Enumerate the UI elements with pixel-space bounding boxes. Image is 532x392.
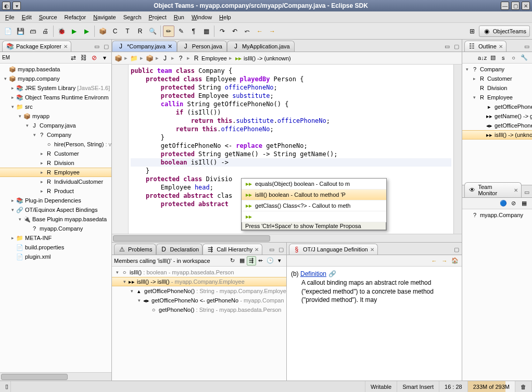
horizontal-scrollbar[interactable] [112,234,462,242]
new-team-button[interactable]: T [122,26,133,37]
view-menu-button[interactable]: ▾ [275,256,284,265]
content-assist-item[interactable]: ▸▸equals(Object) boolean - Callout to m [242,179,386,189]
save-button[interactable]: 💾 [15,26,26,37]
tree-row[interactable]: ?myapp.Company [0,224,111,233]
last-edit-button[interactable]: ⤺ [242,26,253,37]
tree-row[interactable]: ▾📦myapp [0,111,111,121]
tab-problems[interactable]: ⚠ Problems [114,244,156,255]
definition-heading-link[interactable]: Definition [300,270,326,277]
tree-row[interactable]: ▸RIndividualCustomer [0,177,111,186]
tree-row[interactable]: 📄build.properties [0,243,111,252]
menu-search[interactable]: Search [120,13,145,21]
editor-tab-myapplication[interactable]: J MyApplication.java [227,41,295,52]
menu-project[interactable]: Project [146,13,170,21]
collapse-all-button[interactable]: ⇄ [69,53,78,62]
menu-file[interactable]: File [2,13,18,21]
sort-button[interactable]: a↓z [478,53,487,62]
view-minimize-button[interactable]: ▭ [443,42,451,50]
view-maximize-button[interactable]: ▢ [102,42,110,50]
close-button[interactable]: ✕ [522,2,530,10]
view-minimize-button[interactable]: ▭ [268,245,276,254]
tree-row[interactable]: ▸📁META-INF [0,233,111,243]
tab-declaration[interactable]: D Declaration [156,244,203,255]
new-package-button[interactable]: 📦 [97,26,108,37]
view-menu-button[interactable]: ▾ [530,53,532,62]
tree-row[interactable]: ▸getOfficePhoneNo [462,102,532,111]
content-assist-item[interactable]: ▸▸ [242,211,386,222]
tree-row[interactable]: ▾REmployee [462,93,532,102]
tab-call-hierarchy[interactable]: ⇶ Call Hierarchy ✕ [202,244,262,255]
close-icon[interactable]: ✕ [499,44,503,49]
tree-row[interactable]: ○hire(Person, String) : v [0,140,111,149]
tree-row[interactable]: ▸RProduct [0,186,111,196]
tree-row[interactable]: ?myapp.Company [462,210,532,220]
tree-row[interactable]: ▾🔗OT/Equinox Aspect Bindings [0,205,111,214]
tree-row[interactable]: ▾▸▸isIll() -> isIll() - myapp.Company.Em… [112,277,286,286]
tree-row[interactable]: ▸RDivision [0,158,111,168]
view-minimize-button[interactable]: ▭ [523,188,531,196]
vertical-scrollbar[interactable] [453,65,462,234]
tree-row[interactable]: ▾◂▸getOfficePhoneNo <- getPhoneNo - myap… [112,296,286,305]
tree-row[interactable]: ▾?Company [462,65,532,74]
call-hierarchy-tree[interactable]: ▾○isIll() : boolean - myapp.basedata.Per… [112,267,286,381]
tree-row[interactable]: ▸RCustomer [0,149,111,158]
tree-row[interactable]: ▾▴getOfficePhoneNo() : String - myapp.Co… [112,286,286,296]
hide-fields-button[interactable]: ▧ [488,53,498,62]
tab-outline[interactable]: ☷ Outline ✕ [464,41,506,52]
hide-non-public-button[interactable]: ○ [509,53,518,62]
link-editor-button[interactable]: ⛓ [79,53,88,62]
view-minimize-button[interactable]: ▭ [93,42,101,50]
home-button[interactable]: 🏠 [450,256,460,265]
view-menu-button[interactable]: ▾ [530,199,532,208]
menu-run[interactable]: Run [171,13,187,21]
editor-gutter[interactable] [112,65,129,234]
run-last-button[interactable]: ▶ [81,26,92,37]
editor-tab-person[interactable]: J Person.java [177,41,227,52]
tree-row[interactable]: ▾JCompany.java [0,121,111,130]
close-icon[interactable]: ✕ [514,187,518,193]
forward-button[interactable]: → [440,256,449,265]
content-assist-item[interactable]: ▸▸isIll() boolean - Callout to method 'P [242,189,386,200]
activate-button[interactable]: 🔵 [499,199,508,208]
perspective-objectteams[interactable]: ◉ObjectTeams [479,26,530,37]
show-whitespace-button[interactable]: ¶ [188,26,199,37]
tab-package-explorer[interactable]: 📚 Package Explorer ✕ [2,41,71,52]
view-maximize-button[interactable]: ▢ [277,245,285,254]
tree-row[interactable]: ▸📚Plug-in Dependencies [0,196,111,205]
close-icon[interactable]: ✕ [370,247,374,252]
save-all-button[interactable]: 🗃 [27,26,39,37]
menu-navigate[interactable]: Navigate [90,13,119,21]
content-assist-item[interactable]: ▸▸getClass() Class<?> - Callout to meth [242,200,386,211]
callers-mode-button[interactable]: ⇶ [247,256,256,265]
tree-row[interactable]: ◂▸getOfficePhoneNo [462,121,532,130]
tree-row[interactable]: ▾📁src [0,102,111,111]
callees-mode-button[interactable]: ⇷ [256,256,265,265]
editor-tab-company[interactable]: J *Company.java ✕ [112,41,177,52]
tree-row[interactable]: ▸▸isIll() -> (unknown [462,130,532,140]
menu-help[interactable]: Help [216,13,234,21]
team-monitor-tree[interactable]: ?myapp.Company [462,209,532,381]
menu-source[interactable]: Source [36,13,60,21]
deactivate-button[interactable]: ⊘ [509,199,518,208]
back-button[interactable]: ← [429,256,439,265]
close-icon[interactable]: ✕ [64,44,68,49]
close-icon[interactable]: ✕ [255,247,259,252]
view-minimize-button[interactable]: ▭ [523,42,531,50]
hide-local-button[interactable]: 🔧 [520,53,529,62]
view-maximize-button[interactable]: ▢ [452,42,461,50]
view-maximize-button[interactable]: ▢ [452,245,461,254]
hide-static-button[interactable]: s [499,53,508,62]
minimize-button[interactable]: — [501,2,509,10]
new-class-button[interactable]: C [109,26,121,37]
new-button[interactable]: 📄 [2,26,14,37]
menu-refactor[interactable]: Refactor [61,13,90,21]
refresh-button[interactable]: ↻ [228,256,237,265]
prev-annotation-button[interactable]: ↶ [229,26,240,37]
next-annotation-button[interactable]: ↷ [217,26,228,37]
maximize-button[interactable]: ▢ [511,2,520,10]
package-explorer-tree[interactable]: 📦myapp.basedata▾📦myapp.company▸📚JRE Syst… [0,64,111,372]
menu-edit[interactable]: Edit [19,13,35,21]
back-button[interactable]: ← [254,26,265,37]
history-button[interactable]: 🕒 [265,256,275,265]
toggle-mark-button[interactable]: ✏ [163,26,174,37]
